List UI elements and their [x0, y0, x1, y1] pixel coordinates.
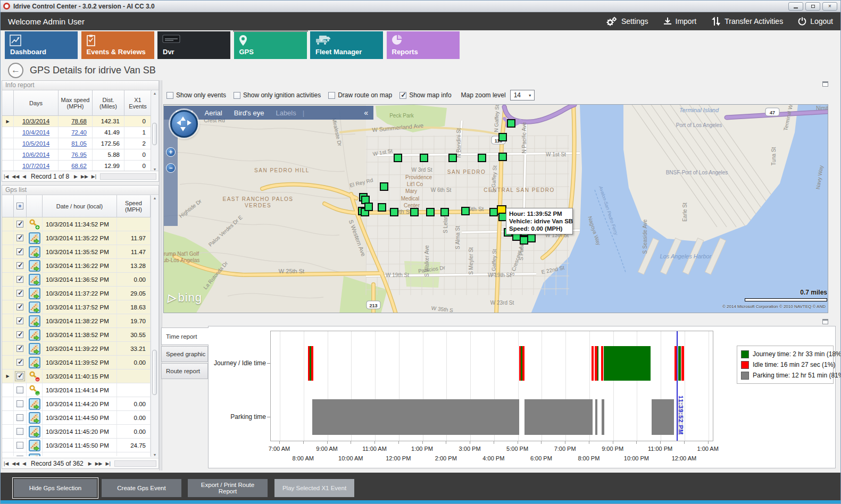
- collapse-map-bar-button[interactable]: «: [364, 108, 368, 117]
- day-link[interactable]: 10/5/2014: [22, 140, 49, 147]
- row-checkbox[interactable]: [16, 387, 23, 393]
- row-checkbox[interactable]: [16, 276, 23, 283]
- info-column-header[interactable]: Max speed (MPH): [59, 90, 93, 115]
- gps-list-row[interactable]: 10/3/2014 11:45:20 PM0.00: [2, 425, 159, 439]
- row-checkbox[interactable]: [16, 442, 23, 449]
- option-checkbox[interactable]: [166, 92, 173, 99]
- map-compass[interactable]: [170, 110, 198, 138]
- gps-list-row[interactable]: 10/3/2014 11:38:22 PM19.70: [2, 314, 159, 328]
- info-report-row[interactable]: 10/7/201468.6212.990: [2, 161, 159, 172]
- gps-list-row[interactable]: 10/3/2014 11:39:22 PM33.21: [2, 342, 159, 356]
- action-settings[interactable]: Settings: [606, 16, 648, 26]
- nav-button[interactable]: |◀: [4, 174, 9, 179]
- gps-marker[interactable]: [498, 153, 507, 161]
- gps-list-row[interactable]: +10/3/2014 11:34:52 PM: [2, 217, 159, 231]
- button-hide-gps-selection[interactable]: Hide Gps Selection: [14, 479, 97, 497]
- nav-button[interactable]: ▶|: [106, 461, 111, 466]
- nav-button[interactable]: ◀◀: [12, 174, 19, 179]
- gps-list-row[interactable]: 10/3/2014 11:36:22 PM13.28: [2, 259, 159, 273]
- button-export-print-route-report[interactable]: Export / Print Route Report: [188, 479, 268, 497]
- option-checkbox[interactable]: [328, 92, 335, 99]
- map-layer-labels[interactable]: Labels: [276, 109, 296, 117]
- row-checkbox[interactable]: [16, 248, 23, 255]
- select-all-checkbox[interactable]: [16, 203, 23, 209]
- max-speed-link[interactable]: 72.40: [71, 129, 87, 136]
- info-report-row[interactable]: 10/4/201472.4041.491: [2, 127, 159, 138]
- row-checkbox[interactable]: [16, 345, 23, 352]
- nav-hscrollbar[interactable]: [100, 173, 156, 180]
- map-zoom-in-button[interactable]: +: [166, 147, 176, 157]
- gps-marker[interactable]: [478, 154, 486, 162]
- action-logout[interactable]: Logout: [798, 17, 833, 26]
- gps-list-row[interactable]: 10/3/2014 11:37:22 PM29.05: [2, 287, 159, 300]
- button-create-gps-event[interactable]: Create Gps Event: [102, 479, 181, 497]
- gps-list-row[interactable]: 10/3/2014 11:35:22 PM11.97: [2, 231, 159, 245]
- nav-button[interactable]: ▶▶: [81, 174, 88, 179]
- gps-marker[interactable]: [410, 208, 419, 216]
- tab-gps[interactable]: GPS: [234, 31, 307, 59]
- map-zoom-level-select[interactable]: 14: [510, 90, 535, 100]
- max-speed-link[interactable]: 68.62: [71, 163, 87, 169]
- info-report-scrollbar[interactable]: ▲▼: [151, 91, 159, 172]
- tab-events-reviews[interactable]: Events & Reviews: [81, 31, 154, 59]
- close-button[interactable]: ×: [822, 2, 837, 11]
- gps-marker[interactable]: [461, 207, 470, 215]
- gps-column-header[interactable]: [27, 195, 43, 217]
- action-import[interactable]: Import: [663, 17, 697, 26]
- map-canvas[interactable]: 11047213 Crest RdMiraleste DrPeck ParkW …: [163, 104, 828, 313]
- gps-list-row[interactable]: 10/3/2014 11:46:20 PM17.93: [2, 452, 159, 456]
- gps-marker[interactable]: [390, 208, 398, 216]
- info-column-header[interactable]: Dist. (Miles): [93, 90, 124, 115]
- row-checkbox[interactable]: [16, 456, 23, 456]
- option-checkbox[interactable]: [234, 92, 240, 99]
- option-draw-route-on-map[interactable]: Draw route on map: [328, 91, 392, 99]
- gps-list-row[interactable]: 10/3/2014 11:44:20 PM0.00: [2, 397, 159, 411]
- row-checkbox[interactable]: [16, 234, 23, 241]
- info-report-row[interactable]: 10/5/201481.05172.562: [2, 138, 159, 149]
- maximize-button[interactable]: [805, 2, 820, 11]
- day-link[interactable]: 10/6/2014: [22, 152, 49, 158]
- gps-marker[interactable]: [448, 154, 457, 162]
- row-checkbox[interactable]: [16, 414, 23, 421]
- row-checkbox[interactable]: [16, 304, 23, 310]
- action-transfer-activities[interactable]: Transfer Activities: [711, 16, 783, 26]
- nav-button[interactable]: ▶: [88, 461, 92, 466]
- day-link[interactable]: 10/4/2014: [22, 129, 49, 136]
- gps-marker[interactable]: [507, 119, 515, 128]
- gps-marker[interactable]: [420, 154, 428, 162]
- max-speed-link[interactable]: 81.05: [71, 140, 87, 147]
- nav-button[interactable]: ◀: [22, 174, 26, 179]
- row-checkbox[interactable]: [16, 331, 23, 338]
- gps-marker[interactable]: [426, 208, 435, 216]
- nav-button[interactable]: ◀: [22, 461, 26, 466]
- day-link[interactable]: 10/7/2014: [22, 163, 49, 169]
- button-play-selected-x1-event[interactable]: Play Selected X1 Event: [274, 479, 354, 497]
- gps-list-row[interactable]: →10/3/2014 11:44:14 PM: [2, 383, 159, 397]
- gps-marker[interactable]: [498, 133, 507, 141]
- gps-marker[interactable]: [440, 208, 449, 216]
- nav-button[interactable]: ▶▶: [95, 461, 103, 466]
- gps-column-header[interactable]: Date / hour (local): [43, 195, 117, 217]
- expand-chart-panel-icon[interactable]: [822, 319, 828, 324]
- row-checkbox[interactable]: [16, 262, 23, 269]
- expand-map-panel-icon[interactable]: [822, 81, 828, 87]
- nav-hscrollbar[interactable]: [114, 460, 156, 467]
- option-checkbox[interactable]: [399, 92, 406, 99]
- gps-column-header[interactable]: [2, 195, 14, 217]
- gps-marker[interactable]: [364, 203, 373, 211]
- select-all-checkbox[interactable]: [14, 195, 27, 217]
- option-show-only-ignition-activities[interactable]: Show only ignition activities: [234, 91, 321, 99]
- row-checkbox[interactable]: [16, 359, 23, 366]
- max-speed-link[interactable]: 78.68: [71, 118, 87, 124]
- row-checkbox[interactable]: [16, 428, 23, 435]
- gps-list-scrollbar[interactable]: ▲▼: [151, 196, 159, 457]
- gps-list-row[interactable]: 10/3/2014 11:45:50 PM24.75: [2, 439, 159, 452]
- tab-fleet-manager[interactable]: Fleet Manager: [310, 31, 383, 59]
- gps-list-row[interactable]: 10/3/2014 11:44:50 PM0.00: [2, 411, 159, 425]
- info-report-row[interactable]: 10/6/201476.955.880: [2, 149, 159, 161]
- map-zoom-out-button[interactable]: −: [166, 163, 176, 173]
- back-button[interactable]: ←: [8, 63, 23, 78]
- chart-tab-time-report[interactable]: Time report: [161, 327, 209, 345]
- row-checkbox[interactable]: [16, 317, 23, 324]
- day-link[interactable]: 10/3/2014: [22, 118, 49, 124]
